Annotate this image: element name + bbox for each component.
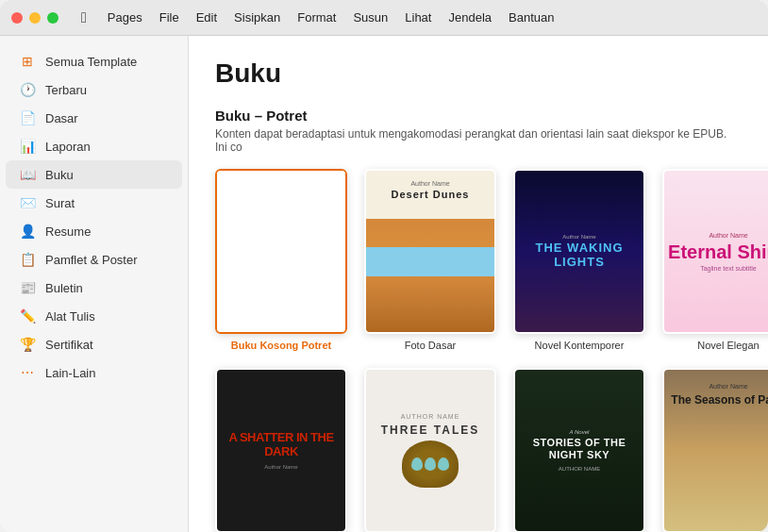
sidebar-item-terbaru[interactable]: 🕐 Terbaru: [6, 75, 182, 104]
sidebar-item-surat[interactable]: ✉️ Surat: [6, 189, 182, 217]
sidebar-item-alat-tulis[interactable]: ✏️ Alat Tulis: [6, 302, 182, 330]
sidebar-item-lain-lain[interactable]: ⋯ Lain-Lain: [6, 358, 182, 387]
template-item-novel-menegangkan[interactable]: A SHATTER IN THE DARK Author Name Novel …: [215, 368, 347, 532]
bulletin-icon: 📰: [19, 279, 36, 296]
doc-icon: 📄: [19, 109, 36, 126]
section-title: Buku – Potret: [215, 108, 742, 124]
close-button[interactable]: [11, 12, 23, 24]
sidebar-item-buletin[interactable]: 📰 Buletin: [6, 274, 182, 302]
minimize-button[interactable]: [29, 12, 41, 24]
envelope-icon: ✉️: [19, 194, 36, 211]
clock-icon: 🕐: [19, 81, 36, 98]
main-layout: ⊞ Semua Template 🕐 Terbaru 📄 Dasar 📊 Lap…: [0, 36, 768, 532]
template-grid-row1: Buku Kosong Potret Author Name Desert Du…: [215, 169, 742, 351]
template-thumb-novel-kontemporer[interactable]: Author Name THE WAKING LIGHTS: [513, 169, 645, 334]
template-thumb-novel-sederhana[interactable]: AUTHOR NAME THREE TALES: [364, 368, 496, 532]
template-thumb-novel-modern[interactable]: A Novel STORIES OF THE NIGHT SKY AUTHOR …: [513, 368, 645, 532]
menu-susun[interactable]: Susun: [345, 8, 395, 27]
waking-title: THE WAKING LIGHTS: [515, 241, 643, 269]
template-label-blank: Buku Kosong Potret: [231, 340, 331, 351]
titlebar:  Pages File Edit Sisipkan Format Susun …: [0, 0, 768, 36]
template-item-novel-modern[interactable]: A Novel STORIES OF THE NIGHT SKY AUTHOR …: [513, 368, 645, 532]
sidebar: ⊞ Semua Template 🕐 Terbaru 📄 Dasar 📊 Lap…: [0, 36, 189, 532]
template-thumb-blank[interactable]: [215, 169, 347, 334]
template-thumb-novel-tradisi[interactable]: Author Name The Seasons of Paris: [662, 368, 768, 532]
content-area: Buku Buku – Potret Konten dapat beradapt…: [189, 36, 768, 532]
person-icon: 👤: [19, 223, 36, 240]
pen-icon: ✏️: [19, 308, 36, 324]
traffic-lights: [11, 12, 58, 24]
sidebar-item-laporan[interactable]: 📊 Laporan: [6, 132, 182, 160]
template-label-novel-elegan: Novel Elegan: [697, 340, 759, 351]
template-grid-row2: A SHATTER IN THE DARK Author Name Novel …: [215, 368, 742, 532]
chart-icon: 📊: [19, 138, 36, 155]
menu-lihat[interactable]: Lihat: [397, 8, 439, 27]
stories-title: STORIES OF THE NIGHT SKY: [515, 437, 643, 459]
sidebar-item-buku[interactable]: 📖 Buku: [6, 160, 182, 189]
template-item-novel-elegan[interactable]: Author Name Eternal Shine Tagline text s…: [662, 169, 768, 351]
eternal-title: Eternal Shine: [668, 242, 768, 261]
menu-file[interactable]: File: [152, 8, 187, 27]
template-item-foto-dasar[interactable]: Author Name Desert Dunes Foto Dasar: [364, 169, 496, 351]
template-thumb-foto-dasar[interactable]: Author Name Desert Dunes: [364, 169, 496, 334]
menu-edit[interactable]: Edit: [189, 8, 225, 27]
shatter-title: A SHATTER IN THE DARK: [217, 431, 345, 459]
desert-title: Desert Dunes: [392, 189, 470, 200]
sidebar-item-semua-template[interactable]: ⊞ Semua Template: [6, 47, 182, 75]
template-thumb-novel-menegangkan[interactable]: A SHATTER IN THE DARK Author Name: [215, 368, 347, 532]
page-title: Buku: [215, 58, 742, 89]
template-item-novel-tradisi[interactable]: Author Name The Seasons of Paris Novel T…: [662, 368, 768, 532]
grid-icon: ⊞: [19, 53, 36, 70]
menu-format[interactable]: Format: [290, 8, 343, 27]
cert-icon: 🏆: [19, 336, 36, 353]
template-label-foto-dasar: Foto Dasar: [405, 340, 456, 351]
sidebar-item-dasar[interactable]: 📄 Dasar: [6, 104, 182, 132]
template-label-novel-kontemporer: Novel Kontemporer: [535, 340, 625, 351]
section-description: Konten dapat beradaptasi untuk mengakomo…: [215, 127, 742, 154]
sidebar-item-resume[interactable]: 👤 Resume: [6, 217, 182, 245]
menu-pages[interactable]: Pages: [100, 8, 150, 27]
menu-bar:  Pages File Edit Sisipkan Format Susun …: [74, 7, 561, 29]
apple-menu[interactable]: : [74, 7, 94, 29]
seasons-title: The Seasons of Paris: [671, 393, 768, 407]
sidebar-item-sertifikat[interactable]: 🏆 Sertifikat: [6, 330, 182, 358]
template-item-novel-sederhana[interactable]: AUTHOR NAME THREE TALES Novel Sederhana: [364, 368, 496, 532]
menu-sisipkan[interactable]: Sisipkan: [226, 8, 288, 27]
template-item-blank[interactable]: Buku Kosong Potret: [215, 169, 347, 351]
three-tales-title: THREE TALES: [381, 424, 479, 437]
menu-bantuan[interactable]: Bantuan: [501, 8, 561, 27]
desert-image: [366, 247, 494, 332]
book-icon: 📖: [19, 166, 36, 183]
template-thumb-novel-elegan[interactable]: Author Name Eternal Shine Tagline text s…: [662, 169, 768, 334]
sidebar-item-pamflet[interactable]: 📋 Pamflet & Poster: [6, 245, 182, 274]
fullscreen-button[interactable]: [47, 12, 58, 24]
pamflet-icon: 📋: [19, 251, 36, 268]
misc-icon: ⋯: [19, 364, 36, 381]
menu-jendela[interactable]: Jendela: [441, 8, 499, 27]
template-item-novel-kontemporer[interactable]: Author Name THE WAKING LIGHTS Novel Kont…: [513, 169, 645, 351]
